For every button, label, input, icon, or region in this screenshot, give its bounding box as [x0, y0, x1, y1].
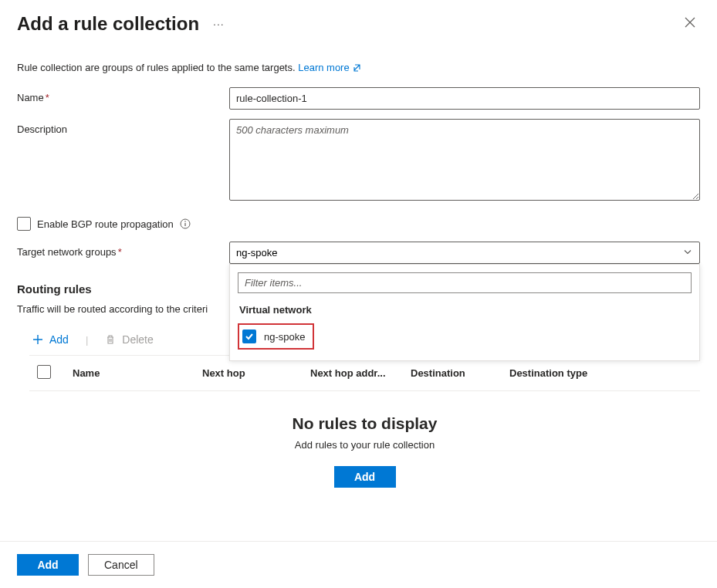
dropdown-item-ng-spoke[interactable]: ng-spoke — [238, 323, 314, 350]
target-groups-label: Target network groups* — [17, 242, 229, 258]
page-title: Add a rule collection — [17, 13, 199, 35]
footer-cancel-button[interactable]: Cancel — [88, 554, 154, 576]
trash-icon — [105, 334, 116, 345]
external-link-icon — [353, 63, 362, 73]
name-input[interactable] — [229, 87, 700, 110]
target-groups-dropdown: Virtual network ng-spoke — [229, 264, 700, 361]
close-icon — [685, 17, 695, 28]
close-button[interactable] — [680, 12, 700, 35]
bgp-checkbox[interactable] — [17, 217, 31, 231]
more-actions-button[interactable]: ··· — [210, 15, 228, 33]
column-destination-type[interactable]: Destination type — [509, 367, 648, 379]
bgp-label: Enable BGP route propagation — [37, 218, 174, 230]
description-textarea[interactable] — [229, 119, 700, 201]
empty-state-title: No rules to display — [29, 414, 700, 433]
plus-icon — [32, 334, 43, 345]
target-groups-select[interactable]: ng-spoke — [229, 242, 700, 264]
toolbar-delete-button: Delete — [102, 330, 156, 349]
dropdown-filter-input[interactable] — [238, 272, 692, 293]
toolbar-add-button[interactable]: Add — [29, 330, 72, 349]
toolbar-separator: | — [86, 334, 88, 346]
empty-add-button[interactable]: Add — [334, 466, 396, 488]
description-label: Description — [17, 119, 229, 135]
info-icon[interactable] — [180, 218, 191, 229]
footer-add-button[interactable]: Add — [17, 554, 79, 576]
learn-more-link[interactable]: Learn more — [298, 62, 361, 73]
column-name[interactable]: Name — [73, 367, 202, 379]
column-next-hop[interactable]: Next hop — [202, 367, 310, 379]
name-label: Name* — [17, 87, 229, 103]
dropdown-item-checkbox — [242, 329, 256, 343]
column-next-hop-addr[interactable]: Next hop addr... — [310, 367, 411, 379]
dropdown-group-label: Virtual network — [239, 304, 692, 316]
select-all-checkbox[interactable] — [37, 365, 51, 379]
svg-rect-2 — [184, 223, 185, 226]
empty-state-subtitle: Add rules to your rule collection — [29, 439, 700, 451]
dropdown-item-label: ng-spoke — [264, 331, 305, 343]
svg-point-1 — [184, 221, 186, 222]
check-icon — [245, 332, 254, 341]
column-destination[interactable]: Destination — [411, 367, 509, 379]
intro-text: Rule collection are groups of rules appl… — [17, 62, 700, 73]
